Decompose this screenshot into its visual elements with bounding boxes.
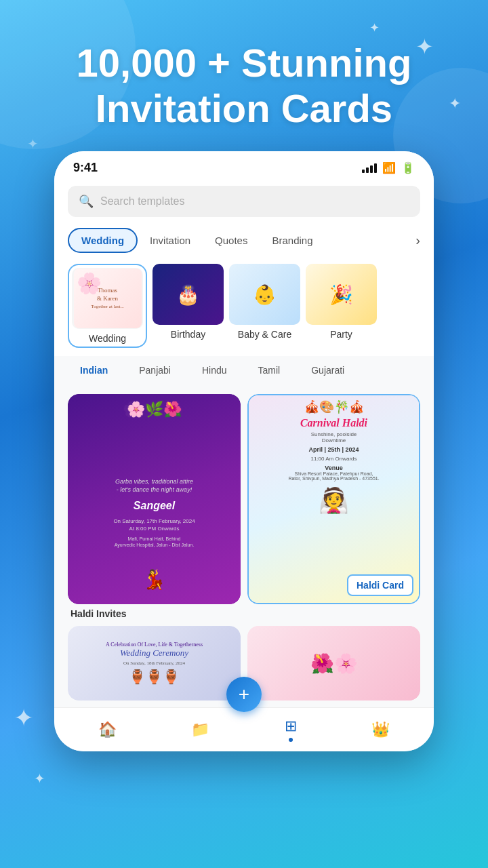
battery-icon: 🔋 [401,161,415,174]
filter-chips: Indian Panjabi Hindu Tamil Gujarati [54,356,434,387]
card-haldi-card[interactable]: 🎪🎨🎋🎪 Carnival Haldi Sunshine, poolsideDo… [247,394,420,619]
sparkle-icon: ✦ [34,770,45,787]
card-wedding-ceremony[interactable]: A Celebration Of Love, Life & Togetherne… [68,626,241,701]
card-haldi-invites[interactable]: 🌸🌿🌺 Garba vibes, traditional attire- let… [68,394,241,619]
sparkle-icon: ✦ [14,704,34,732]
nav-home[interactable]: 🏠 [98,721,117,738]
status-icons: 📶 🔋 [362,161,415,174]
category-label-birthday: Birthday [171,329,205,340]
active-indicator [289,738,293,742]
hero-title-line1: 10,000 + Stunning [77,41,412,85]
tab-quotes[interactable]: Quotes [203,229,260,252]
search-container: 🔍 Search templates [54,180,434,225]
tab-bar: Wedding Invitation Quotes Branding › [54,225,434,258]
signal-icon [362,163,377,173]
filter-gujarati[interactable]: Gujarati [299,360,357,380]
filter-hindu[interactable]: Hindu [190,360,239,380]
fab-button[interactable]: + [226,677,262,712]
search-bar[interactable]: 🔍 Search templates [68,186,420,217]
nav-grid[interactable]: ⊞ [285,717,297,742]
pink-card-image: 🌺🌸 [247,626,420,701]
haldi-card-tag: Haldi Card [347,574,413,596]
card-pink[interactable]: 🌺🌸 [247,626,420,701]
wifi-icon: 📶 [382,161,396,174]
status-time: 9:41 [73,161,98,175]
folder-icon: 📁 [191,721,209,738]
filter-panjabi[interactable]: Panjabi [127,360,183,380]
tab-invitation[interactable]: Invitation [138,229,203,252]
hero-title-line2: Invitation Cards [96,86,392,130]
haldi-left-image: 🌸🌿🌺 Garba vibes, traditional attire- let… [68,394,241,604]
tab-more-icon[interactable]: › [415,233,420,248]
home-icon: 🏠 [98,721,117,738]
category-birthday[interactable]: 🎂 Birthday [152,264,224,348]
category-wedding[interactable]: Thomas& KarenTogether at last... Wedding [68,264,147,348]
category-label-baby: Baby & Care [238,329,291,340]
content-grid: 🌸🌿🌺 Garba vibes, traditional attire- let… [54,387,434,626]
nav-crown[interactable]: 👑 [371,721,390,738]
category-label-party: Party [330,329,352,340]
tab-wedding[interactable]: Wedding [68,228,138,253]
status-bar: 9:41 📶 🔋 [54,151,434,180]
haldi-right-image: 🎪🎨🎋🎪 Carnival Haldi Sunshine, poolsideDo… [247,394,420,604]
category-party[interactable]: 🎉 Party [306,264,377,348]
fab-icon: + [239,684,249,705]
bottom-nav: 🏠 📁 ⊞ 👑 [54,707,434,751]
tab-branding[interactable]: Branding [260,229,325,252]
filter-indian[interactable]: Indian [68,360,120,380]
search-icon: 🔍 [79,194,94,209]
nav-folder[interactable]: 📁 [191,721,209,738]
phone-mockup: 9:41 📶 🔋 🔍 Search templates Wedding Invi… [54,151,434,751]
hero-section: 10,000 + Stunning Invitation Cards [0,0,488,151]
wedding-ceremony-image: A Celebration Of Love, Life & Togetherne… [68,626,241,701]
crown-icon: 👑 [371,721,390,738]
category-label-wedding: Wedding [89,333,126,344]
search-placeholder: Search templates [100,195,185,208]
categories-row: Thomas& KarenTogether at last... Wedding… [54,258,434,356]
grid-icon: ⊞ [285,717,297,735]
card-title-haldi-invites: Haldi Invites [68,608,241,619]
filter-tamil[interactable]: Tamil [246,360,293,380]
category-baby-care[interactable]: 👶 Baby & Care [229,264,300,348]
